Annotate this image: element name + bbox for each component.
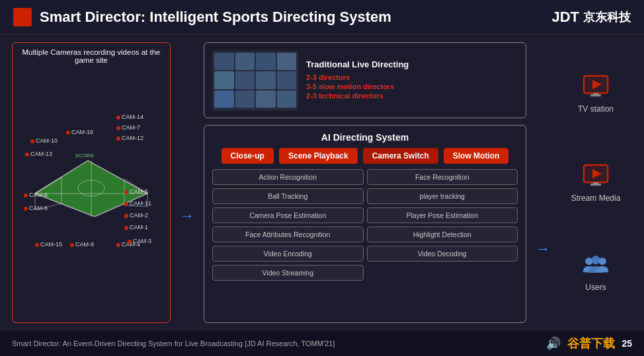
footer-page: 25 [622, 338, 632, 349]
footer-brand: 谷普下载 [567, 336, 615, 351]
module-player-pose: Player Pose Estimation [367, 207, 518, 223]
module-camera-pose: Camera Pose Estimation [212, 207, 364, 223]
traditional-image [212, 51, 298, 110]
ai-buttons-row: Close-up Scene Playback Camera Switch Sl… [212, 148, 518, 164]
trad-item-1: 2-3 directors [306, 73, 518, 81]
svg-point-17 [585, 258, 592, 265]
slide: Smart Director: Intelligent Sports Direc… [0, 0, 644, 356]
svg-point-18 [592, 256, 600, 264]
stream-media-item: Stream Media [571, 163, 621, 203]
tv-icon [580, 74, 612, 100]
btn-scene-playback[interactable]: Scene Playback [279, 148, 358, 164]
stream-icon [580, 163, 612, 190]
btn-slow-motion[interactable]: Slow Motion [444, 148, 509, 164]
main-content: Multiple Cameras recording videos at the… [0, 34, 644, 331]
camera-positions: SCORE CAM-10 CAM-13 [19, 68, 164, 200]
tv-station-item: TV station [578, 74, 614, 114]
module-face-attrs: Face Attributes Recognition [212, 227, 364, 242]
header: Smart Director: Intelligent Sports Direc… [0, 0, 644, 34]
module-empty [367, 265, 518, 281]
trad-item-2: 3-5 slow motion directors [306, 83, 518, 90]
cameras-panel: Multiple Cameras recording videos at the… [12, 42, 171, 323]
module-face-recognition: Face Recognition [367, 169, 518, 185]
right-panel: TV station Stream Media [559, 42, 632, 323]
stream-media-label: Stream Media [571, 194, 621, 203]
footer-citation: Smart Director: An Event-Driven Directin… [12, 339, 335, 347]
footer-right: 🔊 谷普下载 25 [546, 336, 632, 351]
svg-rect-16 [593, 182, 598, 184]
btn-closeup[interactable]: Close-up [221, 148, 274, 164]
trad-item-3: 2-3 technical directors [306, 92, 518, 100]
header-left: Smart Director: Intelligent Sports Direc… [13, 8, 391, 26]
arrow-cameras-to-ai: → [180, 108, 194, 323]
traditional-info: Traditional Live Directing 2-3 directors… [306, 59, 518, 101]
ai-box: AI Directing System Close-up Scene Playb… [204, 125, 526, 323]
middle-panel: Traditional Live Directing 2-3 directors… [204, 42, 526, 323]
jdt-cn: 京东科技 [583, 9, 631, 25]
module-video-decoding: Video Decoding [367, 246, 518, 262]
ai-title: AI Directing System [212, 132, 518, 143]
jdt-text: JDT [551, 9, 579, 26]
users-icon [580, 252, 612, 279]
cameras-label: Multiple Cameras recording videos at the… [18, 48, 165, 64]
module-action-recognition: Action Recognition [212, 169, 364, 185]
footer: Smart Director: An Event-Driven Directin… [0, 331, 644, 356]
svg-point-19 [599, 258, 606, 265]
svg-rect-11 [593, 93, 598, 95]
btn-camera-switch[interactable]: Camera Switch [363, 148, 438, 164]
svg-text:SCORE: SCORE [75, 153, 94, 159]
cameras-box: Multiple Cameras recording videos at the… [12, 42, 171, 323]
users-label: Users [585, 283, 606, 292]
traditional-box: Traditional Live Directing 2-3 directors… [204, 42, 526, 118]
speaker-icon: 🔊 [546, 336, 561, 351]
tv-station-label: TV station [578, 104, 614, 114]
module-ball-tracking: Ball Tracking [212, 188, 364, 204]
users-item: Users [580, 252, 612, 292]
logo-red-square [13, 8, 32, 26]
page-title: Smart Director: Intelligent Sports Direc… [40, 9, 391, 26]
ai-modules-grid: Action Recognition Face Recognition Ball… [212, 169, 518, 281]
traditional-title: Traditional Live Directing [306, 59, 518, 69]
module-player-tracking: player tracking [367, 188, 518, 204]
module-video-encoding: Video Encoding [212, 246, 364, 262]
arrow-ai-to-output: → [536, 174, 550, 323]
jdt-logo: JDT 京东科技 [551, 9, 631, 26]
module-highlight: Highlight Detection [367, 227, 518, 242]
module-video-streaming: Video Streaming [212, 265, 364, 281]
